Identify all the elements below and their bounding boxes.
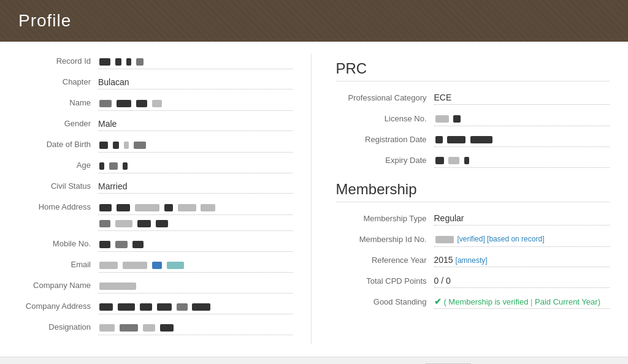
total-cpd-label: Total CPD Points <box>336 276 434 286</box>
right-panel: PRC Professional Category ECE License No… <box>312 54 610 344</box>
record-id-value <box>98 54 293 69</box>
membership-type-row: Membership Type Regular <box>336 210 610 227</box>
verified-tag: [verified] [based on record] <box>457 235 544 243</box>
home-address-label: Home Address <box>18 200 98 211</box>
registration-date-value <box>434 131 610 146</box>
name-row: Name <box>18 96 293 113</box>
company-name-value <box>98 278 293 294</box>
age-row: Age <box>18 158 293 175</box>
dob-value <box>98 137 293 153</box>
amnesty-tag: [amnesty] <box>456 256 488 265</box>
reference-year-label: Reference Year <box>336 256 434 265</box>
civil-status-row: Civil Status Married <box>18 179 293 196</box>
gender-value: Male <box>98 116 293 131</box>
name-value <box>98 96 293 111</box>
left-panel: Record Id Chapter Bulacan Name <box>18 54 312 344</box>
record-id-row: Record Id <box>18 54 293 71</box>
license-no-row: License No. <box>336 110 610 127</box>
gender-label: Gender <box>18 116 98 128</box>
good-standing-value: ✔ ( Membership is verified | Paid Curren… <box>434 294 610 309</box>
good-standing-row: Good Standing ✔ ( Membership is verified… <box>336 293 610 310</box>
age-label: Age <box>18 158 98 170</box>
reference-year-value: 2015 [amnesty] <box>434 252 610 267</box>
license-no-label: License No. <box>336 114 434 123</box>
membership-section: Membership Membership Type Regular Membe… <box>336 181 610 310</box>
company-name-row: Company Name <box>18 278 293 295</box>
designation-row: Designation <box>18 320 293 337</box>
membership-id-label: Membership Id No. <box>336 235 434 244</box>
page-header: Profile <box>0 0 628 42</box>
reference-year-row: Reference Year 2015 [amnesty] <box>336 251 610 268</box>
civil-status-value: Married <box>98 179 293 194</box>
professional-category-label: Professional Category <box>336 93 434 102</box>
dob-row: Date of Birth <box>18 137 293 154</box>
company-address-row: Company Address <box>18 299 293 316</box>
membership-type-label: Membership Type <box>336 214 434 223</box>
email-value <box>98 257 293 273</box>
expiry-date-value <box>434 152 610 167</box>
company-address-value <box>98 299 293 314</box>
total-cpd-value: 0 / 0 <box>434 273 610 288</box>
membership-id-row: Membership Id No. [verified] [based on r… <box>336 230 610 248</box>
prc-title: PRC <box>336 60 610 82</box>
good-standing-text: ( Membership is verified | Paid Current … <box>443 297 600 306</box>
registration-date-label: Registration Date <box>336 135 434 144</box>
professional-category-row: Professional Category ECE <box>336 89 610 106</box>
footer-bar: Industries Computer Edit Certificate of … <box>0 357 628 364</box>
company-name-label: Company Name <box>18 278 98 290</box>
age-value <box>98 158 293 173</box>
expiry-date-row: Expiry Date <box>336 151 610 169</box>
civil-status-label: Civil Status <box>18 179 98 191</box>
total-cpd-row: Total CPD Points 0 / 0 <box>336 272 610 289</box>
mobile-value <box>98 237 293 252</box>
chapter-label: Chapter <box>18 75 98 86</box>
email-label: Email <box>18 257 98 269</box>
professional-category-value: ECE <box>434 90 610 105</box>
name-label: Name <box>18 96 98 107</box>
record-id-label: Record Id <box>18 54 98 66</box>
chapter-value: Bulacan <box>98 75 293 89</box>
membership-type-value: Regular <box>434 211 610 226</box>
mobile-label: Mobile No. <box>18 237 98 248</box>
email-row: Email <box>18 257 293 275</box>
home-address-value <box>98 200 293 233</box>
good-standing-label: Good Standing <box>336 297 434 306</box>
dob-label: Date of Birth <box>18 137 98 149</box>
registration-date-row: Registration Date <box>336 131 610 148</box>
mobile-row: Mobile No. <box>18 237 293 254</box>
home-address-row: Home Address <box>18 200 293 233</box>
gender-row: Gender Male <box>18 116 293 134</box>
page-title: Profile <box>18 11 610 31</box>
chapter-row: Chapter Bulacan <box>18 75 293 92</box>
membership-title: Membership <box>336 181 610 202</box>
checkmark-icon: ✔ <box>434 297 442 306</box>
main-content: Record Id Chapter Bulacan Name <box>0 42 628 357</box>
expiry-date-label: Expiry Date <box>336 156 434 165</box>
designation-value <box>98 320 293 335</box>
company-address-label: Company Address <box>18 299 98 311</box>
membership-id-value: [verified] [based on record] <box>434 231 610 246</box>
designation-label: Designation <box>18 320 98 332</box>
prc-section: PRC Professional Category ECE License No… <box>336 60 610 169</box>
license-no-value <box>434 110 610 126</box>
